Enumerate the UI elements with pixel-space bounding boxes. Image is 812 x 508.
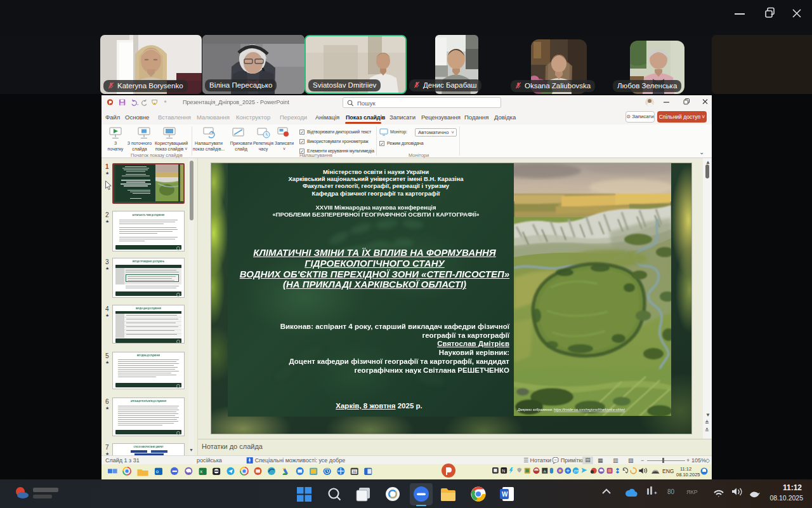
svg-text:11:12: 11:12	[680, 466, 691, 472]
svg-text:08.10.2025: 08.10.2025	[676, 472, 700, 478]
svg-text:o: o	[156, 469, 159, 474]
svg-text:80: 80	[667, 488, 675, 495]
svg-text:zm: zm	[574, 469, 580, 473]
svg-text:ENG: ENG	[662, 468, 674, 474]
svg-text:ЯКР: ЯКР	[686, 489, 698, 495]
svg-text:W: W	[502, 491, 508, 498]
svg-text:✦: ✦	[653, 490, 658, 496]
svg-text:N: N	[502, 469, 505, 474]
svg-text:x: x	[200, 469, 202, 474]
svg-text:31: 31	[353, 470, 357, 474]
svg-text:Джерело зображення: https://in: Джерело зображення: https://inside-ua.co…	[517, 408, 625, 411]
